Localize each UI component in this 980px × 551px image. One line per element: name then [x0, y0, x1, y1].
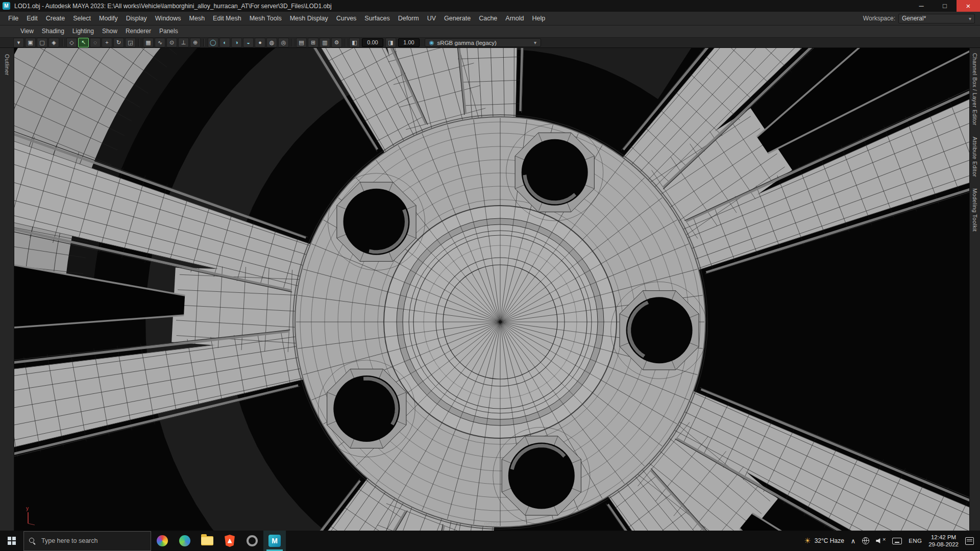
main-menu-items: FileEditCreateSelectModifyDisplayWindows…	[4, 12, 549, 25]
start-logo-pane	[8, 537, 11, 540]
menu-mesh-display[interactable]: Mesh Display	[286, 12, 332, 25]
clock[interactable]: 12:42 PM 29-08-2022	[928, 534, 959, 548]
make-live[interactable]: ⊕	[190, 38, 201, 47]
start-logo-pane	[12, 541, 16, 545]
grid-toggle[interactable]: ⊞	[308, 38, 318, 47]
gamma-icon[interactable]: ◨	[385, 38, 396, 47]
search-input[interactable]	[40, 537, 134, 545]
select-by-object[interactable]: ▢	[37, 38, 47, 47]
snap-to-plane[interactable]: ⊥	[178, 38, 189, 47]
minimize-button[interactable]: ─	[910, 0, 933, 12]
network-icon[interactable]	[862, 537, 869, 544]
language-indicator[interactable]: ENG	[909, 538, 922, 544]
move-tool[interactable]: +	[102, 38, 112, 47]
action-center-icon[interactable]	[965, 537, 974, 545]
colorspace-selector[interactable]: ◉ sRGB gamma (legacy) ▾	[425, 38, 541, 47]
menu-modify[interactable]: Modify	[95, 12, 122, 25]
pinned-app-sphere[interactable]	[174, 531, 196, 551]
menu-windows[interactable]: Windows	[151, 12, 185, 25]
axis-y-label: y	[26, 506, 29, 511]
shading-textured[interactable]: ◑	[231, 38, 242, 47]
film-gate[interactable]: ▥	[320, 38, 330, 47]
gamma-field[interactable]: 1.00	[398, 38, 420, 47]
hidden-icons-chevron[interactable]: ∧	[851, 537, 856, 545]
taskbar: M ☀ 32°C Haze ∧ ENG 12:42 PM 29-08-2022	[0, 531, 980, 551]
exposure-field[interactable]: 0.00	[362, 38, 383, 47]
menu-edit-mesh[interactable]: Edit Mesh	[209, 12, 246, 25]
workspace-value: General*	[902, 15, 926, 22]
side-tab-modeling-toolkit[interactable]: Modeling Toolkit	[972, 188, 978, 232]
maya-app-icon-letter: M	[4, 3, 8, 9]
menu-select[interactable]: Select	[69, 12, 95, 25]
panel-menu-shading[interactable]: Shading	[38, 26, 68, 37]
panel-menu-show[interactable]: Show	[98, 26, 121, 37]
snap-magnet[interactable]: ◇	[66, 38, 77, 47]
system-tray: ☀ 32°C Haze ∧ ENG 12:42 PM 29-08-2022	[804, 534, 980, 548]
volume-muted-icon[interactable]	[876, 537, 886, 544]
view-axis-gizmo: y	[18, 504, 41, 528]
file-explorer-button[interactable]	[196, 531, 218, 551]
maya-taskbar-button[interactable]: M	[263, 531, 286, 551]
select-by-component[interactable]: ◈	[48, 38, 59, 47]
menu-bar: FileEditCreateSelectModifyDisplayWindows…	[0, 12, 980, 26]
menu-mesh-tools[interactable]: Mesh Tools	[246, 12, 286, 25]
viewport-settings[interactable]: ⚙	[331, 38, 342, 47]
lasso-tool[interactable]: ◌	[90, 38, 101, 47]
menu-arnold[interactable]: Arnold	[501, 12, 528, 25]
menu-mesh[interactable]: Mesh	[185, 12, 209, 25]
panel-menu-panels[interactable]: Panels	[155, 26, 182, 37]
menu-file[interactable]: File	[4, 12, 22, 25]
exposure-icon[interactable]: ◧	[349, 38, 360, 47]
search-icon	[29, 538, 36, 544]
panel-toolbar: ▾▣▢◈◇↖◌+↻◲▦∿⊙⊥⊕◯◐◑◒●◍◎▤⊞▥⚙ ◧ 0.00 ◨ 1.00…	[0, 38, 980, 48]
maximize-button[interactable]: □	[933, 0, 957, 12]
menu-display[interactable]: Display	[122, 12, 151, 25]
pinned-app-colorwheel[interactable]	[151, 531, 174, 551]
panel-menu-lighting[interactable]: Lighting	[68, 26, 98, 37]
scale-tool[interactable]: ◲	[125, 38, 136, 47]
select-by-hierarchy[interactable]: ▣	[25, 38, 36, 47]
viewport-3d[interactable]: y persp	[14, 48, 969, 531]
shading-wireframe[interactable]: ◯	[208, 38, 218, 47]
isolate-select[interactable]: ▤	[296, 38, 307, 47]
workspace-selector[interactable]: General* ▾	[898, 14, 975, 23]
clock-time: 12:42 PM	[928, 534, 959, 541]
snap-to-curve[interactable]: ∿	[155, 38, 165, 47]
taskbar-search[interactable]	[23, 531, 151, 551]
maya-taskbar-icon: M	[268, 535, 281, 547]
weather-widget[interactable]: ☀ 32°C Haze	[804, 536, 844, 545]
menu-help[interactable]: Help	[528, 12, 549, 25]
menu-curves[interactable]: Curves	[332, 12, 361, 25]
select-tool[interactable]: ↖	[78, 38, 89, 47]
menu-cache[interactable]: Cache	[475, 12, 501, 25]
shading-lights[interactable]: ◒	[243, 38, 254, 47]
motion-blur[interactable]: ◎	[278, 38, 289, 47]
toolbar-icons: ▾▣▢◈◇↖◌+↻◲▦∿⊙⊥⊕◯◐◑◒●◍◎▤⊞▥⚙	[13, 38, 348, 47]
side-tab-outliner[interactable]: Outliner	[4, 54, 10, 76]
snap-to-grid[interactable]: ▦	[143, 38, 154, 47]
round-app-button[interactable]	[241, 531, 263, 551]
selection-mask-dropdown[interactable]: ▾	[13, 38, 24, 47]
start-button[interactable]	[0, 531, 23, 551]
menu-edit[interactable]: Edit	[22, 12, 42, 25]
brave-browser-button[interactable]	[218, 531, 241, 551]
touch-keyboard-icon[interactable]	[892, 538, 902, 544]
snap-to-point[interactable]: ⊙	[166, 38, 177, 47]
shading-smooth[interactable]: ◐	[219, 38, 230, 47]
side-tab-channel-box-layer-editor[interactable]: Channel Box / Layer Editor	[972, 53, 978, 126]
workspace-label: Workspace:	[863, 15, 895, 22]
panel-menu-renderer[interactable]: Renderer	[121, 26, 155, 37]
shading-shadows[interactable]: ●	[255, 38, 265, 47]
rotate-tool[interactable]: ↻	[113, 38, 124, 47]
screen-space-ao[interactable]: ◍	[266, 38, 277, 47]
menu-uv[interactable]: UV	[423, 12, 440, 25]
chevron-down-icon: ▾	[969, 16, 971, 21]
menu-create[interactable]: Create	[42, 12, 69, 25]
close-button[interactable]: ×	[957, 0, 980, 12]
menu-surfaces[interactable]: Surfaces	[360, 12, 394, 25]
workspace-area: Workspace: General* ▾	[863, 14, 975, 23]
menu-deform[interactable]: Deform	[394, 12, 423, 25]
side-tab-attribute-editor[interactable]: Attribute Editor	[972, 137, 978, 177]
menu-generate[interactable]: Generate	[440, 12, 475, 25]
panel-menu-view[interactable]: View	[16, 26, 38, 37]
